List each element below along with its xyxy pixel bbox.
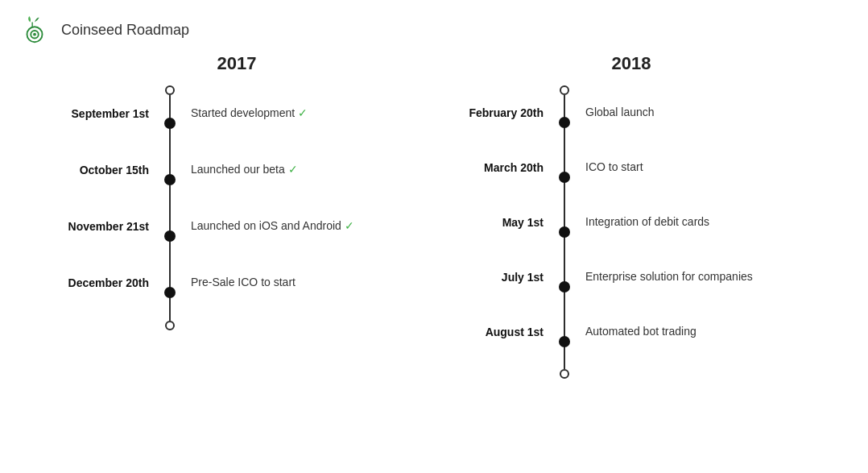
date-label-2: May 1st: [502, 216, 544, 229]
desc-label-3: Pre-Sale ICO to start: [191, 275, 296, 291]
desc-cell-0: Started development ✓: [180, 85, 410, 142]
date-label-0: September 1st: [72, 107, 149, 120]
line-col-2018: [555, 85, 574, 379]
date-cell-3: July 1st: [458, 250, 555, 305]
dots-overlay: [555, 95, 574, 369]
date-cell-1: March 20th: [458, 140, 555, 195]
desc-cell-1: Launched our beta ✓: [180, 142, 410, 198]
event-dot-1: [164, 174, 176, 185]
desc-cell-3: Enterprise solution for companies: [574, 250, 804, 305]
app-header: Coinseed Roadmap: [0, 0, 868, 53]
top-circle-2018: [560, 85, 569, 95]
date-label-0: February 20th: [469, 106, 544, 119]
event-dot-2: [164, 230, 176, 242]
date-label-1: October 15th: [80, 164, 149, 176]
year-2017-label: 2017: [64, 53, 410, 74]
desc-cell-3: Pre-Sale ICO to start: [180, 255, 410, 311]
event-dot-0: [559, 117, 570, 128]
desc-label-0: Started development ✓: [191, 106, 308, 122]
timeline-2018: 2018 February 20thMarch 20thMay 1stJuly …: [458, 53, 804, 379]
event-dot-1: [559, 172, 570, 183]
date-cell-3: December 20th: [64, 255, 160, 311]
event-dot-0: [164, 118, 176, 129]
event-dot-3: [164, 287, 176, 298]
check-icon: ✓: [288, 163, 298, 176]
dates-col-2018: February 20thMarch 20thMay 1stJuly 1stAu…: [458, 85, 555, 379]
desc-col-2017: Started development ✓Launched our beta ✓…: [180, 85, 410, 330]
event-dot-2: [559, 226, 570, 238]
year-2018-label: 2018: [458, 53, 804, 74]
desc-label-4: Automated bot trading: [585, 324, 696, 340]
date-label-3: December 20th: [68, 276, 149, 289]
desc-label-1: ICO to start: [585, 160, 643, 176]
check-icon: ✓: [345, 219, 354, 232]
timeline-2018-body: February 20thMarch 20thMay 1stJuly 1stAu…: [458, 85, 804, 379]
event-dot-3: [559, 281, 570, 293]
desc-cell-2: Integration of debit cards: [574, 195, 804, 250]
date-label-3: July 1st: [502, 271, 544, 284]
desc-label-2: Launched on iOS and Android ✓: [191, 218, 354, 234]
date-label-1: March 20th: [484, 161, 544, 174]
bottom-circle-2017: [165, 321, 175, 330]
desc-label-2: Integration of debit cards: [585, 214, 709, 230]
app-title: Coinseed Roadmap: [61, 22, 189, 39]
top-circle-2017: [165, 85, 175, 95]
event-dot-4: [559, 336, 570, 347]
desc-col-2018: Global launchICO to startIntegration of …: [574, 85, 804, 379]
date-label-4: August 1st: [486, 326, 544, 338]
desc-label-0: Global launch: [585, 105, 655, 121]
date-cell-4: August 1st: [458, 305, 555, 359]
date-cell-1: October 15th: [64, 142, 160, 198]
date-cell-0: February 20th: [458, 85, 555, 140]
dots-overlay: [160, 95, 180, 321]
dates-col-2017: September 1stOctober 15thNovember 21stDe…: [64, 85, 160, 330]
desc-cell-4: Automated bot trading: [574, 305, 804, 359]
bottom-circle-2018: [560, 369, 569, 379]
svg-point-2: [33, 33, 36, 36]
date-cell-2: November 21st: [64, 198, 160, 255]
app-logo: [19, 15, 50, 45]
date-cell-2: May 1st: [458, 195, 555, 250]
desc-label-3: Enterprise solution for companies: [585, 269, 753, 285]
desc-label-1: Launched our beta ✓: [191, 162, 298, 178]
check-icon: ✓: [298, 106, 308, 119]
date-label-2: November 21st: [68, 220, 149, 233]
line-col-2017: [160, 85, 180, 330]
desc-cell-2: Launched on iOS and Android ✓: [180, 198, 410, 255]
date-cell-0: September 1st: [64, 85, 160, 142]
timeline-2017: 2017 September 1stOctober 15thNovember 2…: [64, 53, 410, 379]
desc-cell-0: Global launch: [574, 85, 804, 140]
desc-cell-1: ICO to start: [574, 140, 804, 195]
roadmap-container: 2017 September 1stOctober 15thNovember 2…: [0, 53, 868, 379]
timeline-2017-body: September 1stOctober 15thNovember 21stDe…: [64, 85, 410, 330]
